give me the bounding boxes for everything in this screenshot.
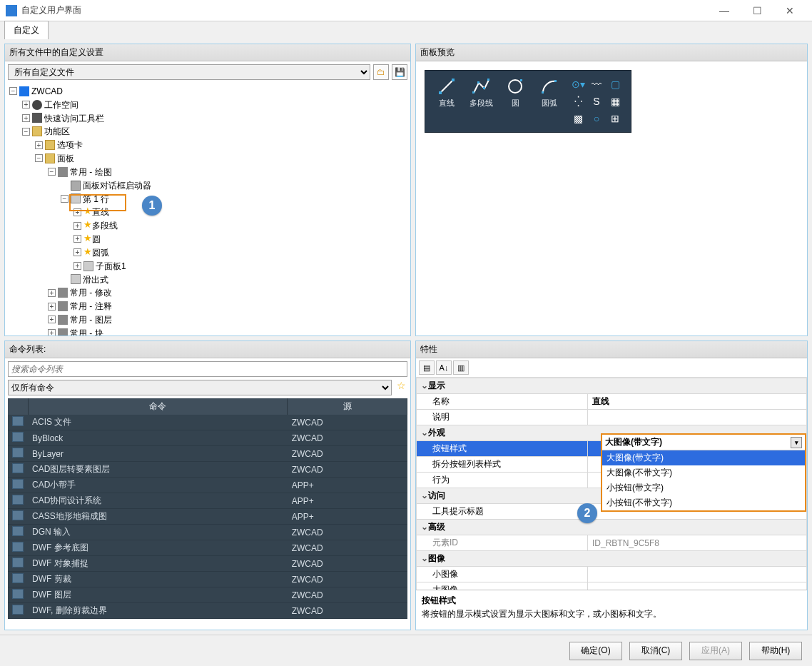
ribbon-btn-circle[interactable]: 圆 xyxy=(499,75,531,128)
command-row[interactable]: ByLayerZWCAD xyxy=(8,446,407,462)
command-row[interactable]: DGN 输入ZWCAD xyxy=(8,525,407,540)
tree-node-dlg-launcher[interactable]: 面板对话框启动器 xyxy=(83,181,151,191)
command-filter-select[interactable]: 仅所有命令 xyxy=(8,380,392,395)
categorize-button[interactable]: ▤ xyxy=(419,360,435,375)
command-row[interactable]: CAD小帮手APP+ xyxy=(8,478,407,493)
dropdown-option[interactable]: 小按钮(不带文字) xyxy=(602,495,805,510)
command-icon xyxy=(12,416,24,426)
expander-icon[interactable]: + xyxy=(35,141,43,149)
tree-node-panel-draw[interactable]: 常用 - 绘图 xyxy=(70,167,112,177)
ribbon-small-btn[interactable]: 〰 xyxy=(588,76,605,92)
close-button[interactable]: ✕ xyxy=(773,0,806,21)
command-row[interactable]: DWF 图层ZWCAD xyxy=(8,587,407,603)
customization-tree[interactable]: −ZWCAD +工作空间 +快速访问工具栏 −功能区 +选项卡 −面板 −常用 … xyxy=(8,84,407,335)
expander-icon[interactable]: − xyxy=(35,154,43,162)
page-button[interactable]: ▥ xyxy=(453,360,469,375)
command-table[interactable]: 命令源 ACIS 文件ZWCADByBlockZWCADByLayerZWCAD… xyxy=(8,398,407,619)
dropdown-option[interactable]: 小按钮(带文字) xyxy=(602,480,805,495)
prop-key-behavior: 行为 xyxy=(417,473,588,488)
command-row[interactable]: DWF, 删除剪裁边界ZWCAD xyxy=(8,603,407,619)
prop-val-name[interactable]: 直线 xyxy=(588,394,807,410)
cui-file-select[interactable]: 所有自定义文件 xyxy=(8,64,370,80)
ribbon-small-btn[interactable]: ○ xyxy=(588,111,605,126)
command-row[interactable]: DWF 参考底图ZWCAD xyxy=(8,540,407,556)
ribbon-small-btn[interactable]: ▢ xyxy=(607,76,624,92)
ok-button[interactable]: 确定(O) xyxy=(569,642,622,660)
command-icon xyxy=(12,589,24,599)
prop-cat-image[interactable]: 图像 xyxy=(428,553,445,563)
expander-icon[interactable]: − xyxy=(22,128,30,136)
minimize-button[interactable]: — xyxy=(708,0,741,21)
ribbon-small-btn[interactable]: ▩ xyxy=(569,111,587,126)
expander-icon[interactable]: − xyxy=(61,195,68,203)
open-folder-button[interactable]: 🗀 xyxy=(373,64,389,80)
tree-node-arc[interactable]: 圆弧 xyxy=(92,248,109,258)
command-source: ZWCAD xyxy=(288,556,407,572)
dropdown-option[interactable]: 大图像(带文字) xyxy=(602,450,805,465)
expander-icon[interactable]: + xyxy=(48,289,56,297)
dropdown-option[interactable]: 大图像(不带文字) xyxy=(602,465,805,480)
tree-node-panel-modify[interactable]: 常用 - 修改 xyxy=(70,288,112,298)
tree-node-workspace[interactable]: 工作空间 xyxy=(44,100,78,110)
tree-node-qat[interactable]: 快速访问工具栏 xyxy=(44,113,104,123)
expander-icon[interactable]: + xyxy=(48,303,56,311)
prop-val-desc[interactable] xyxy=(588,410,807,425)
command-row[interactable]: CASS地形地籍成图APP+ xyxy=(8,509,407,525)
ribbon-btn-line[interactable]: 直线 xyxy=(431,75,462,128)
tree-node-tabs[interactable]: 选项卡 xyxy=(57,140,83,150)
search-command-input[interactable] xyxy=(8,361,407,377)
expander-icon[interactable]: + xyxy=(22,114,30,122)
expander-icon[interactable]: + xyxy=(48,316,56,323)
prop-val-limg[interactable] xyxy=(588,582,807,590)
prop-val-simg[interactable] xyxy=(588,567,807,582)
expander-icon[interactable]: + xyxy=(73,248,81,256)
tree-node-panel-block[interactable]: 常用 - 块 xyxy=(70,328,103,335)
cancel-button[interactable]: 取消(C) xyxy=(629,642,682,660)
tree-node-panels[interactable]: 面板 xyxy=(57,153,74,163)
tab-customize[interactable]: 自定义 xyxy=(4,21,49,39)
command-row[interactable]: ACIS 文件ZWCAD xyxy=(8,415,407,430)
command-source: ZWCAD xyxy=(288,525,407,540)
tree-node-panel-annot[interactable]: 常用 - 注释 xyxy=(70,301,112,311)
save-button[interactable]: 💾 xyxy=(392,64,407,80)
command-row[interactable]: DWF 剪裁ZWCAD xyxy=(8,572,407,587)
command-row[interactable]: CAD图层转要素图层ZWCAD xyxy=(8,462,407,478)
expander-icon[interactable]: − xyxy=(48,168,56,176)
col-command[interactable]: 命令 xyxy=(28,398,288,415)
col-source[interactable]: 源 xyxy=(288,398,407,415)
prop-cat-display[interactable]: 显示 xyxy=(428,380,445,390)
expander-icon[interactable]: + xyxy=(73,222,81,230)
button-style-dropdown[interactable]: 大图像(带文字)▾ 大图像(带文字) 大图像(不带文字) 小按钮(带文字) 小按… xyxy=(601,433,806,512)
favorite-star-icon[interactable]: ☆ xyxy=(395,380,407,395)
expander-icon[interactable]: − xyxy=(9,87,17,95)
ribbon-small-btn[interactable]: ⁛ xyxy=(569,94,587,109)
expander-icon[interactable]: + xyxy=(73,235,81,243)
tree-node-ribbon[interactable]: 功能区 xyxy=(44,126,70,136)
ribbon-small-btn[interactable]: ▦ xyxy=(607,94,624,109)
expander-icon[interactable]: + xyxy=(73,262,81,270)
tree-node-circle[interactable]: 圆 xyxy=(92,234,101,244)
ribbon-btn-pline[interactable]: 多段线 xyxy=(465,75,497,128)
command-row[interactable]: ByBlockZWCAD xyxy=(8,430,407,446)
ribbon-small-btn[interactable]: S xyxy=(588,94,605,109)
dropdown-toggle-button[interactable]: ▾ xyxy=(791,437,802,448)
ribbon-small-btn[interactable]: ⊙▾ xyxy=(569,76,587,92)
tree-node-slideout[interactable]: 滑出式 xyxy=(83,274,108,284)
ribbon-small-btn[interactable]: ⊞ xyxy=(607,111,624,126)
tree-node-panel-layer[interactable]: 常用 - 图层 xyxy=(70,315,112,325)
tree-node-root[interactable]: ZWCAD xyxy=(31,86,63,96)
prop-cat-access[interactable]: 访问 xyxy=(428,490,445,500)
tree-node-subpanel[interactable]: 子面板1 xyxy=(96,261,126,271)
sort-az-button[interactable]: A↓ xyxy=(436,360,452,375)
command-row[interactable]: DWF 对象捕捉ZWCAD xyxy=(8,556,407,572)
expander-icon[interactable]: + xyxy=(22,101,30,109)
ribbon-btn-arc[interactable]: 圆弧 xyxy=(534,75,565,128)
help-button[interactable]: 帮助(H) xyxy=(749,642,802,660)
maximize-button[interactable]: ☐ xyxy=(741,0,773,21)
apply-button[interactable]: 应用(A) xyxy=(689,642,742,660)
expander-icon[interactable]: + xyxy=(48,329,56,335)
tree-node-pline[interactable]: 多段线 xyxy=(92,221,118,231)
prop-cat-adv[interactable]: 高级 xyxy=(428,522,445,532)
prop-cat-appear[interactable]: 外观 xyxy=(428,428,445,438)
command-row[interactable]: CAD协同设计系统APP+ xyxy=(8,493,407,509)
